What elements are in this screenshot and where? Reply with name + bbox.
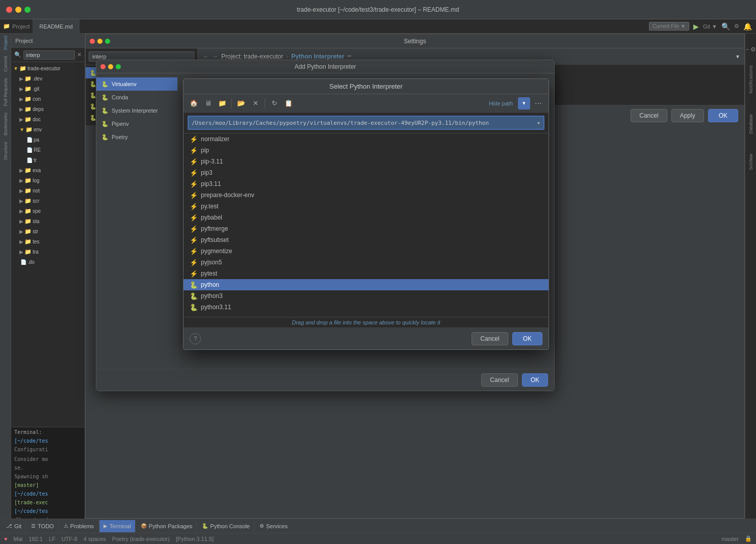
- copy-btn[interactable]: 📋: [282, 97, 295, 105]
- tree-item-git[interactable]: ▶ 📁 .git: [11, 84, 85, 94]
- file-browser-toolbar: 🏠 🖥 📁 📂 ✕ ↻: [198, 94, 549, 105]
- select-interpreter-title-text: Select Python Interpreter: [329, 83, 403, 90]
- sidebar-pulls-icon[interactable]: Pull Requests: [3, 78, 8, 106]
- terminal-tab-icon: ▶: [103, 523, 108, 529]
- sidebar-commit-icon[interactable]: Commit: [3, 56, 8, 72]
- tree-item-tr[interactable]: 📄 tr: [11, 155, 85, 165]
- tab-python-packages[interactable]: 📦 Python Packages: [137, 520, 197, 532]
- tree-item-exa[interactable]: ▶ 📁 exa: [11, 165, 85, 175]
- tree-item-tra[interactable]: ▶ 📁 tra: [11, 247, 85, 257]
- breadcrumb-edit-icon[interactable]: ✏: [347, 53, 352, 60]
- tree-item-pa[interactable]: 📄 pa: [11, 134, 85, 145]
- settings-traffic-lights: [90, 39, 110, 44]
- refresh-btn[interactable]: ↻: [268, 97, 280, 105]
- database-label[interactable]: Database: [748, 114, 753, 134]
- python-env[interactable]: Poetry (trade-executor): [112, 536, 170, 542]
- tree-item-doc[interactable]: ▶ 📁 doc: [11, 114, 85, 124]
- tree-item-str[interactable]: ▶ 📁 str: [11, 226, 85, 236]
- terminal-line: Consider mo: [14, 455, 82, 463]
- toolbar-separator-2: [265, 98, 265, 105]
- breadcrumb-separator: ›: [286, 53, 288, 60]
- settings-maximize-btn[interactable]: [105, 39, 110, 44]
- hide-path-btn[interactable]: Hide path: [486, 99, 516, 105]
- add-interpreter-right-content: Select Python Interpreter 🏠 🖥 📁: [198, 73, 554, 105]
- breadcrumb-arrow-forward[interactable]: →: [212, 53, 218, 60]
- close-button[interactable]: [6, 7, 12, 13]
- delete-btn[interactable]: ✕: [249, 97, 262, 105]
- tree-item-env[interactable]: ▼ 📁 env: [11, 124, 85, 134]
- cursor-position[interactable]: 182:1: [29, 536, 43, 542]
- search-icon[interactable]: 🔍: [721, 22, 730, 31]
- settings-dialog: Settings 🐍 Virtualenv Environment: [85, 34, 745, 519]
- left-sidebar-icons: Project Commit Pull Requests Bookmarks S…: [0, 34, 11, 519]
- expand-btn[interactable]: ▾: [518, 97, 530, 105]
- desktop-btn[interactable]: 🖥: [202, 97, 214, 105]
- settings-apply-button[interactable]: Apply: [671, 109, 704, 122]
- current-file-btn[interactable]: Current File ▼: [649, 22, 689, 31]
- file-icon: 📄: [27, 137, 33, 143]
- minus-icon[interactable]: −: [745, 46, 749, 53]
- settings-close-btn[interactable]: [90, 39, 95, 44]
- settings-minimize-btn[interactable]: [97, 39, 102, 44]
- settings-ok-button[interactable]: OK: [708, 109, 738, 122]
- add-interpreter-body: 🐍 Virtualenv 🐍 Conda 🐍: [198, 73, 554, 105]
- chevron-down-icon[interactable]: ▾: [736, 53, 739, 60]
- todo-tab-icon: ☰: [31, 523, 36, 529]
- tree-item-deps[interactable]: ▶ 📁 deps: [11, 104, 85, 114]
- tab-services[interactable]: ⚙ Services: [255, 520, 292, 532]
- minimize-button[interactable]: [15, 7, 21, 13]
- tree-item-re[interactable]: 📄 RE: [11, 145, 85, 155]
- clear-search-icon[interactable]: ✕: [77, 51, 82, 58]
- gear-icon[interactable]: ⚙: [750, 46, 756, 53]
- tab-problems[interactable]: ⚠ Problems: [60, 520, 98, 532]
- folder-icon: 📁: [24, 177, 32, 184]
- tree-item-do[interactable]: 📄 .do: [11, 257, 85, 267]
- git-branch[interactable]: master: [721, 536, 739, 542]
- folder-icon: 📁: [24, 86, 32, 92]
- tree-item-spe[interactable]: ▶ 📁 spe: [11, 206, 85, 216]
- tree-item-scr[interactable]: ▶ 📁 scr: [11, 196, 85, 206]
- breadcrumb-arrow-back[interactable]: ←: [203, 53, 209, 60]
- more-options-btn[interactable]: ⋯: [532, 97, 544, 105]
- notification-icon[interactable]: 🔔: [743, 22, 752, 31]
- tree-item-trade-executor[interactable]: ▼ 📁 trade-executor: [11, 63, 85, 73]
- console-tab-icon: 🐍: [202, 523, 208, 529]
- indent-setting[interactable]: 4 spaces: [84, 536, 106, 542]
- folder-btn[interactable]: 📁: [216, 97, 228, 105]
- maximize-button[interactable]: [24, 7, 31, 13]
- folder-icon: 📁: [19, 65, 27, 72]
- branch-name: Mai: [14, 536, 23, 542]
- sciview-label[interactable]: SciView: [748, 154, 753, 170]
- charset[interactable]: UTF-8: [62, 536, 77, 542]
- notifications-label[interactable]: Notifications: [748, 65, 753, 94]
- traffic-lights: [6, 7, 31, 13]
- tree-item-log[interactable]: ▶ 📁 log: [11, 175, 85, 185]
- tab-python-console[interactable]: 🐍 Python Console: [198, 520, 254, 532]
- sidebar-bookmarks-icon[interactable]: Bookmarks: [3, 113, 8, 135]
- settings-cancel-button[interactable]: Cancel: [631, 109, 667, 122]
- tree-item-tes[interactable]: ▶ 📁 tes: [11, 236, 85, 247]
- add-python-interpreter-dialog: Add Python Interpreter 🐍 Virtualenv: [198, 65, 555, 105]
- new-folder-btn[interactable]: 📂: [235, 97, 247, 105]
- tab-readme[interactable]: README.md: [33, 19, 79, 34]
- search-input[interactable]: [23, 50, 75, 60]
- terminal-label: Terminal:: [14, 429, 82, 435]
- breadcrumb-section: Python Interpreter: [291, 53, 344, 60]
- folder-icon: 📁: [24, 249, 32, 255]
- run-icon[interactable]: ▶: [693, 22, 699, 31]
- tree-item-con[interactable]: ▶ 📁 con: [11, 94, 85, 104]
- line-endings[interactable]: LF: [49, 536, 56, 542]
- tree-item-dev[interactable]: ▶ 📁 .dev: [11, 73, 85, 84]
- git-icon[interactable]: Git ▼: [703, 23, 717, 30]
- folder-icon: 📁: [3, 23, 10, 30]
- sidebar-project-icon[interactable]: Project: [3, 36, 8, 50]
- tab-todo[interactable]: ☰ TODO: [27, 520, 59, 532]
- home-btn[interactable]: 🏠: [198, 97, 200, 105]
- python-version[interactable]: [Python 3.11.5]: [176, 536, 214, 542]
- tab-git[interactable]: ⎇ Git: [2, 520, 26, 532]
- tab-terminal[interactable]: ▶ Terminal: [99, 520, 136, 532]
- tree-item-not[interactable]: ▶ 📁 not: [11, 185, 85, 196]
- tree-item-sta[interactable]: ▶ 📁 sta: [11, 216, 85, 226]
- sidebar-structure-icon[interactable]: Structure: [3, 142, 8, 160]
- settings-icon[interactable]: ⚙: [734, 23, 739, 30]
